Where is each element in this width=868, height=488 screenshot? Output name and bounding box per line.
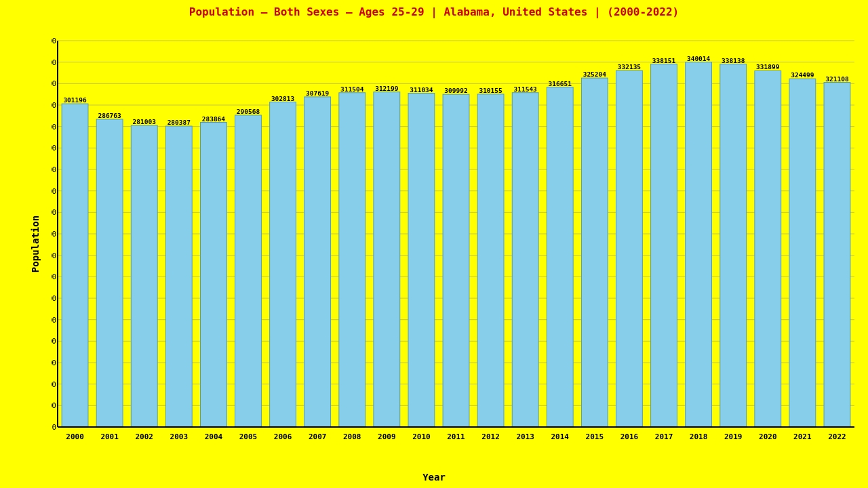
svg-text:200,000: 200,000 bbox=[51, 208, 56, 217]
svg-text:60,000: 60,000 bbox=[51, 359, 56, 367]
svg-text:325204: 325204 bbox=[583, 70, 607, 78]
svg-text:2004: 2004 bbox=[205, 432, 223, 441]
svg-rect-44 bbox=[131, 125, 157, 427]
svg-text:140,000: 140,000 bbox=[51, 272, 56, 281]
svg-text:2019: 2019 bbox=[724, 432, 743, 441]
svg-text:312199: 312199 bbox=[375, 85, 399, 92]
svg-text:2010: 2010 bbox=[412, 432, 431, 441]
svg-text:338138: 338138 bbox=[722, 57, 745, 64]
svg-text:2016: 2016 bbox=[620, 432, 639, 441]
svg-rect-74 bbox=[477, 94, 504, 427]
svg-text:2020: 2020 bbox=[759, 432, 777, 441]
svg-text:20,000: 20,000 bbox=[51, 401, 56, 410]
svg-text:281003: 281003 bbox=[133, 118, 157, 125]
svg-rect-89 bbox=[651, 64, 677, 427]
svg-text:2002: 2002 bbox=[135, 432, 153, 441]
svg-rect-56 bbox=[270, 102, 296, 427]
svg-text:302813: 302813 bbox=[271, 95, 295, 102]
svg-rect-83 bbox=[581, 78, 608, 427]
svg-text:2005: 2005 bbox=[239, 432, 258, 441]
svg-rect-86 bbox=[616, 70, 643, 427]
svg-text:2009: 2009 bbox=[378, 432, 396, 441]
svg-text:309992: 309992 bbox=[444, 87, 467, 94]
svg-text:283864: 283864 bbox=[202, 115, 226, 123]
svg-text:321108: 321108 bbox=[825, 75, 849, 83]
svg-text:324499: 324499 bbox=[791, 71, 814, 79]
svg-text:331899: 331899 bbox=[756, 63, 780, 70]
svg-text:338151: 338151 bbox=[652, 57, 676, 64]
svg-text:2017: 2017 bbox=[655, 432, 673, 441]
svg-text:100,000: 100,000 bbox=[51, 316, 56, 325]
svg-rect-59 bbox=[304, 97, 331, 427]
svg-rect-92 bbox=[686, 62, 712, 427]
svg-text:2000: 2000 bbox=[66, 432, 84, 441]
svg-text:240,000: 240,000 bbox=[51, 165, 56, 174]
svg-text:307619: 307619 bbox=[306, 89, 330, 97]
svg-rect-65 bbox=[374, 92, 400, 427]
svg-text:311504: 311504 bbox=[340, 85, 364, 93]
svg-text:2015: 2015 bbox=[586, 432, 604, 441]
svg-text:280,000: 280,000 bbox=[51, 123, 56, 131]
svg-text:2011: 2011 bbox=[447, 432, 465, 441]
svg-text:340,000: 340,000 bbox=[51, 58, 56, 67]
svg-text:280387: 280387 bbox=[167, 119, 191, 126]
svg-text:120,000: 120,000 bbox=[51, 294, 56, 303]
x-axis-label: Year bbox=[0, 472, 868, 483]
svg-text:340014: 340014 bbox=[687, 55, 711, 62]
svg-text:332135: 332135 bbox=[618, 63, 642, 70]
chart-title: Population — Both Sexes — Ages 25-29 | A… bbox=[0, 5, 868, 18]
svg-text:300,000: 300,000 bbox=[51, 101, 56, 110]
svg-text:2013: 2013 bbox=[516, 432, 534, 441]
svg-rect-62 bbox=[339, 93, 366, 427]
chart-container: Population — Both Sexes — Ages 25-29 | A… bbox=[0, 0, 868, 488]
svg-text:2007: 2007 bbox=[309, 432, 327, 441]
chart-area: 020,00040,00060,00080,000100,000120,0001… bbox=[51, 27, 861, 447]
svg-text:310155: 310155 bbox=[479, 87, 502, 94]
svg-text:2012: 2012 bbox=[481, 432, 500, 441]
svg-text:311034: 311034 bbox=[410, 86, 433, 94]
svg-rect-53 bbox=[235, 115, 262, 427]
svg-rect-41 bbox=[96, 119, 123, 427]
svg-text:2018: 2018 bbox=[690, 432, 707, 441]
svg-text:2003: 2003 bbox=[170, 432, 189, 441]
svg-rect-47 bbox=[165, 126, 192, 427]
svg-text:2022: 2022 bbox=[828, 432, 846, 441]
svg-rect-104 bbox=[824, 83, 850, 427]
svg-text:180,000: 180,000 bbox=[51, 230, 56, 239]
svg-text:2008: 2008 bbox=[343, 432, 361, 441]
svg-text:160,000: 160,000 bbox=[51, 251, 56, 260]
svg-text:2006: 2006 bbox=[274, 432, 292, 441]
svg-rect-80 bbox=[547, 87, 573, 427]
svg-text:2014: 2014 bbox=[551, 432, 570, 441]
svg-text:40,000: 40,000 bbox=[51, 380, 56, 389]
svg-rect-101 bbox=[789, 79, 816, 427]
y-axis-label: Population bbox=[30, 216, 41, 272]
svg-text:316651: 316651 bbox=[549, 80, 572, 87]
svg-text:2021: 2021 bbox=[793, 432, 812, 441]
bar-chart: 020,00040,00060,00080,000100,000120,0001… bbox=[51, 27, 861, 447]
svg-rect-50 bbox=[200, 123, 226, 427]
svg-text:260,000: 260,000 bbox=[51, 144, 56, 152]
svg-text:360,000: 360,000 bbox=[51, 37, 56, 45]
svg-text:311543: 311543 bbox=[514, 85, 538, 93]
svg-text:220,000: 220,000 bbox=[51, 187, 56, 196]
svg-text:301196: 301196 bbox=[63, 96, 87, 104]
svg-text:80,000: 80,000 bbox=[51, 337, 56, 346]
svg-text:320,000: 320,000 bbox=[51, 79, 56, 88]
svg-text:286763: 286763 bbox=[98, 112, 121, 119]
svg-rect-77 bbox=[512, 93, 538, 427]
svg-rect-68 bbox=[408, 94, 435, 427]
svg-text:2001: 2001 bbox=[100, 432, 119, 441]
svg-text:0: 0 bbox=[52, 423, 56, 432]
svg-rect-98 bbox=[755, 70, 781, 427]
svg-rect-38 bbox=[62, 104, 88, 427]
svg-rect-71 bbox=[443, 94, 469, 427]
svg-rect-95 bbox=[720, 64, 747, 427]
svg-text:290568: 290568 bbox=[237, 108, 260, 115]
